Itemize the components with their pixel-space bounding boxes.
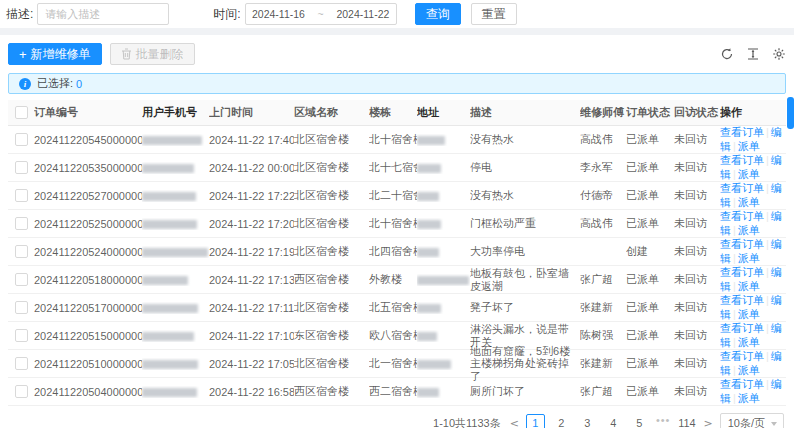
dispatch-link[interactable]: 派单 [738,196,760,208]
batch-delete-button[interactable]: 批量删除 [110,43,195,65]
view-order-link[interactable]: 查看订单 [720,154,764,166]
column-header: 操作 [720,106,786,119]
view-order-link[interactable]: 查看订单 [720,266,764,278]
content-card: + 新增维修单 批量删除 [0,35,794,428]
page-number-5[interactable]: 5 [630,414,649,428]
action-separator: | [733,224,736,236]
search-button[interactable]: 查询 [415,3,461,25]
table-tools [720,47,786,61]
building-cell: 西二宿舍楼 [369,384,417,399]
dispatch-link[interactable]: 派单 [738,308,760,320]
column-header: 地址 [417,105,470,120]
table-row: 20241122052700000000572024-11-22 17:22:5… [8,182,786,210]
table-row: 20241122052400000000342024-11-22 17:19:2… [8,238,786,266]
dispatch-link[interactable]: 派单 [738,392,760,404]
master-cell: 高战伟 [580,132,626,147]
table-row: 20241122051800000000162024-11-22 17:13:0… [8,266,786,294]
row-checkbox[interactable] [15,301,28,314]
row-checkbox[interactable] [15,273,28,286]
page-number-1[interactable]: 1 [526,414,545,428]
table-row: 20241122054500000000182024-11-22 17:40:1… [8,126,786,154]
view-order-link[interactable]: 查看订单 [720,350,764,362]
visit-status-cell: 未回访 [674,328,720,343]
dispatch-link[interactable]: 派单 [738,252,760,264]
visit-time-cell: 2024-11-22 16:58:57 [209,386,294,398]
building-cell: 北五宿舍楼 [369,300,417,315]
actions-cell: 查看订单|编辑|派单 [720,210,786,236]
view-order-link[interactable]: 查看订单 [720,322,764,334]
master-cell: 张广超 [580,272,626,287]
date-start[interactable]: 2024-11-16 [252,8,305,20]
view-order-link[interactable]: 查看订单 [720,238,764,250]
building-cell: 北十宿舍楼 [369,216,417,231]
row-checkbox[interactable] [15,357,28,370]
action-separator: | [733,336,736,348]
view-order-link[interactable]: 查看订单 [720,294,764,306]
refresh-icon[interactable] [720,47,734,61]
address-cell-redacted [417,190,470,202]
page-number-114[interactable]: 114 [677,414,696,428]
page-number-2[interactable]: 2 [552,414,571,428]
dispatch-link[interactable]: 派单 [738,168,760,180]
description-cell: 没有热水 [470,133,580,146]
vertical-scrollbar-thumb[interactable] [787,97,794,129]
date-range-picker[interactable]: 2024-11-16 ~ 2024-11-22 [245,3,397,25]
row-checkbox[interactable] [15,133,28,146]
redacted-address [417,164,441,173]
actions-cell: 查看订单|编辑|派单 [720,266,786,292]
address-cell-redacted [417,134,470,146]
phone-cell-redacted [142,246,209,258]
reset-button[interactable]: 重置 [471,3,517,25]
row-checkbox[interactable] [15,189,28,202]
order-status-cell: 已派单 [626,328,674,343]
view-order-link[interactable]: 查看订单 [720,182,764,194]
row-checkbox[interactable] [15,329,28,342]
page-number-4[interactable]: 4 [604,414,623,428]
column-header: 用户手机号 [142,105,209,120]
view-order-link[interactable]: 查看订单 [720,210,764,222]
dispatch-link[interactable]: 派单 [738,280,760,292]
dispatch-link[interactable]: 派单 [738,364,760,376]
column-height-icon[interactable] [746,47,760,61]
select-all-checkbox[interactable] [15,106,28,119]
dispatch-link[interactable]: 派单 [738,140,760,152]
page-size-select[interactable]: 10条/页 [720,413,784,428]
row-checkbox[interactable] [15,385,28,398]
visit-time-cell: 2024-11-22 17:19:29 [209,246,294,258]
description-cell: 没有热水 [470,189,580,202]
visit-time-cell: 2024-11-22 17:40:14 [209,134,294,146]
page-number-3[interactable]: 3 [578,414,597,428]
order-status-cell: 已派单 [626,132,674,147]
view-order-link[interactable]: 查看订单 [720,378,764,390]
redacted-phone [142,192,196,201]
row-checkbox[interactable] [15,217,28,230]
description-cell: 厕所门坏了 [470,385,580,398]
phone-cell-redacted [142,190,209,202]
visit-status-cell: 未回访 [674,272,720,287]
actions-cell: 查看订单|编辑|派单 [720,294,786,320]
dispatch-link[interactable]: 派单 [738,336,760,348]
redacted-phone [142,304,198,313]
phone-cell-redacted [142,386,209,398]
row-checkbox-cell [8,217,34,230]
row-checkbox-cell [8,161,34,174]
order-id-cell: 2024112205270000000057 [34,190,142,202]
column-header: 楼栋 [369,105,417,120]
description-input[interactable] [37,3,169,25]
view-order-link[interactable]: 查看订单 [720,126,764,138]
row-checkbox[interactable] [15,245,28,258]
redacted-phone [142,248,208,257]
prev-page-arrow-icon[interactable]: < [510,417,519,428]
add-repair-order-button[interactable]: + 新增维修单 [8,43,102,65]
date-end[interactable]: 2024-11-22 [336,8,389,20]
order-status-cell: 创建 [626,244,674,259]
dispatch-link[interactable]: 派单 [738,224,760,236]
visit-time-cell: 2024-11-22 17:22:53 [209,190,294,202]
building-cell: 北十七宿舍楼 [369,160,417,175]
column-header: 描述 [470,106,580,119]
settings-gear-icon[interactable] [772,47,786,61]
phone-cell-redacted [142,134,209,146]
next-page-arrow-icon[interactable]: > [703,417,712,428]
row-checkbox[interactable] [15,161,28,174]
pagination-ellipsis[interactable]: ••• [656,414,671,428]
